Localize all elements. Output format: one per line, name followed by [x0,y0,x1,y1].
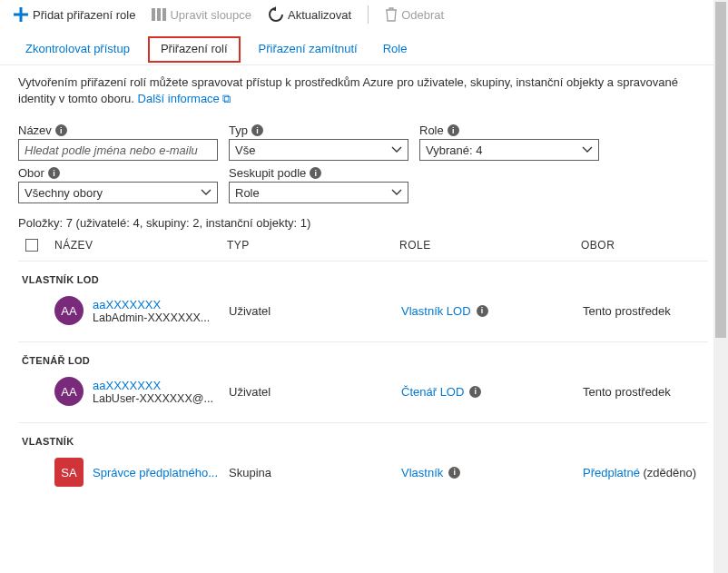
role-label: Role [419,123,444,137]
scope-cell: Tento prostředek [583,385,708,399]
avatar: SA [54,458,84,487]
col-role: ROLE [399,239,581,252]
avatar: AA [54,296,84,325]
name-search-input[interactable]: Hledat podle jména nebo e-mailu [18,139,218,161]
info-icon[interactable]: i [55,124,67,136]
items-summary: Položky: 7 (uživatelé: 4, skupiny: 2, in… [18,216,708,230]
refresh-label: Aktualizovat [288,8,351,22]
role-cell: Vlastníki [401,466,583,479]
svg-rect-1 [157,8,161,21]
col-type: TYP [227,239,399,252]
type-cell: Uživatel [229,385,401,399]
name-cell: aaXXXXXXXLabAdmin-XXXXXXX... [93,298,229,324]
principal-link[interactable]: Správce předplatného... [93,466,229,479]
role-link[interactable]: Vlastník LOD [401,304,471,318]
chevron-down-icon [582,146,593,153]
type-cell: Uživatel [229,304,401,318]
info-icon[interactable]: i [448,124,459,136]
info-icon[interactable]: i [251,124,263,136]
principal-link[interactable]: aaXXXXXXX [93,298,229,311]
role-cell: Čtenář LODi [401,385,583,399]
col-scope: OBOR [581,239,615,252]
groupby-label: Seskupit podle [229,166,306,180]
scrollbar-thumb[interactable] [715,2,726,338]
chevron-down-icon [201,189,212,196]
chevron-down-icon [391,189,402,196]
scope-cell: Tento prostředek [583,304,708,318]
col-name: NÁZEV [54,239,227,252]
role-group: VLASTNÍKSASprávce předplatného...Skupina… [18,422,708,503]
tab-deny-assignments[interactable]: Přiřazení zamítnutí [251,36,365,63]
name-cell: Správce předplatného... [93,466,229,479]
divider [0,64,726,65]
role-group: ČTENÁŘ LODAAaaXXXXXXXLabUser-XXXXXXX@...… [18,341,708,422]
description: Vytvořením přiřazení rolí můžete spravov… [18,74,708,107]
role-cell: Vlastník LODi [401,304,583,318]
tab-check-access[interactable]: Zkontrolovat přístup [18,36,137,63]
columns-icon [152,8,166,21]
principal-link[interactable]: aaXXXXXXX [93,379,229,392]
info-icon[interactable]: i [469,386,481,398]
groupby-select[interactable]: Role [229,182,408,203]
role-select[interactable]: Vybrané: 4 [419,139,599,161]
role-link[interactable]: Vlastník [401,466,443,479]
inherited-text: (zděděno) [640,466,696,479]
role-group: VLASTNÍK LODAAaaXXXXXXXLabAdmin-XXXXXXX.… [18,261,708,341]
edit-columns-button[interactable]: Upravit sloupce [152,8,251,22]
group-title: VLASTNÍK LOD [18,274,708,285]
tab-role-assignments[interactable]: Přiřazení rolí [148,36,241,63]
remove-label: Odebrat [401,8,444,22]
info-icon[interactable]: i [477,305,488,317]
svg-rect-2 [162,8,166,21]
scope-link[interactable]: Předplatné [583,466,640,479]
info-icon[interactable]: i [310,167,321,179]
name-cell: aaXXXXXXXLabUser-XXXXXXX@... [93,379,229,405]
edit-columns-label: Upravit sloupce [170,8,251,22]
scope-select[interactable]: Všechny obory [18,182,218,203]
svg-rect-0 [152,8,155,21]
trash-icon [385,7,398,22]
avatar: AA [54,377,84,406]
learn-more-link[interactable]: Další informace ⧉ [138,92,231,105]
chevron-down-icon [391,146,402,153]
type-select[interactable]: Vše [229,139,408,161]
vertical-scrollbar[interactable] [713,0,728,573]
description-text: Vytvořením přiřazení rolí můžete spravov… [18,75,678,105]
table-row[interactable]: AAaaXXXXXXXLabAdmin-XXXXXXX...UživatelVl… [18,285,708,336]
role-link[interactable]: Čtenář LOD [401,385,464,399]
tab-roles[interactable]: Role [376,36,415,63]
add-role-label: Přidat přiřazení role [33,8,135,22]
name-label: Název [18,123,52,137]
group-title: ČTENÁŘ LOD [18,355,708,366]
plus-icon [13,6,29,23]
group-title: VLASTNÍK [18,436,708,447]
scope-text: Tento prostředek [583,385,671,399]
table-header: NÁZEV TYP ROLE OBOR [18,230,708,261]
remove-button[interactable]: Odebrat [385,7,444,22]
scope-label: Obor [18,166,44,180]
table-row[interactable]: AAaaXXXXXXXLabUser-XXXXXXX@...UživatelČt… [18,366,708,417]
info-icon[interactable]: i [448,467,460,479]
select-all-checkbox[interactable] [25,239,38,252]
type-label: Typ [229,123,248,137]
info-icon[interactable]: i [48,167,60,179]
toolbar: Přidat přiřazení role Upravit sloupce Ak… [0,0,726,33]
refresh-button[interactable]: Aktualizovat [268,6,351,23]
type-cell: Skupina [229,466,401,479]
scope-text: Tento prostředek [583,304,671,318]
principal-sub: LabAdmin-XXXXXXX... [93,311,229,324]
refresh-icon [268,6,284,23]
table-row[interactable]: SASprávce předplatného...SkupinaVlastník… [18,447,708,498]
principal-sub: LabUser-XXXXXXX@... [93,392,229,405]
tabs: Zkontrolovat přístup Přiřazení rolí Přiř… [0,33,726,63]
scope-cell: Předplatné (zděděno) [583,466,708,479]
toolbar-separator [368,5,369,24]
add-role-button[interactable]: Přidat přiřazení role [13,6,135,23]
